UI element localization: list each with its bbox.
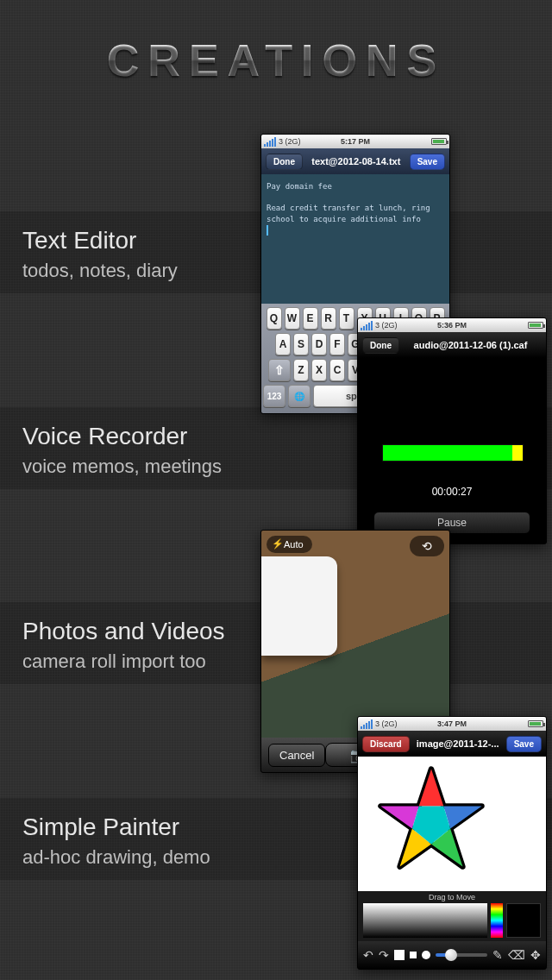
- done-button[interactable]: Done: [266, 154, 303, 170]
- status-bar: 3 (2G) 3:47 PM: [358, 717, 546, 731]
- key-s[interactable]: S: [293, 333, 309, 355]
- eraser-button[interactable]: ⌫: [508, 948, 525, 962]
- pen-tool-button[interactable]: ✎: [492, 948, 503, 962]
- text-area[interactable]: Pay domain fee Read credit transfer at l…: [261, 174, 449, 304]
- canvas[interactable]: Sketch: [358, 757, 546, 891]
- key-t[interactable]: T: [339, 307, 354, 330]
- flash-mode-button[interactable]: Auto: [267, 536, 312, 553]
- key-r[interactable]: R: [321, 307, 336, 330]
- battery-icon: [528, 720, 543, 727]
- discard-button[interactable]: Discard: [362, 736, 410, 752]
- key-q[interactable]: Q: [267, 307, 282, 330]
- screenshot-painter: 3 (2G) 3:47 PM Discard image@2011-12-...…: [357, 716, 547, 970]
- nav-title: audio@2011-12-06 (1).caf: [399, 340, 542, 350]
- key-shift[interactable]: ⇧: [268, 359, 291, 381]
- color-picker[interactable]: Drag to Move: [358, 891, 546, 941]
- save-button[interactable]: Save: [410, 154, 445, 170]
- nav-title: image@2011-12-...: [410, 738, 506, 749]
- key-globe[interactable]: 🌐: [288, 385, 310, 407]
- camera-flip-icon: ⟲: [422, 539, 432, 553]
- status-time: 3:47 PM: [358, 719, 546, 728]
- key-x[interactable]: X: [311, 359, 327, 381]
- key-z[interactable]: Z: [293, 359, 309, 381]
- level-peak-icon: [512, 445, 523, 461]
- key-a[interactable]: A: [275, 333, 291, 355]
- current-color-swatch: [506, 903, 541, 938]
- recorder-body: 00:00:27 Pause: [358, 358, 546, 543]
- key-123[interactable]: 123: [263, 385, 285, 407]
- text-cursor-icon: [267, 225, 268, 236]
- saturation-box[interactable]: [363, 903, 487, 938]
- camera-flip-button[interactable]: ⟲: [410, 536, 444, 556]
- done-button[interactable]: Done: [362, 337, 399, 354]
- nav-bar: Done audio@2011-12-06 (1).caf: [358, 332, 546, 358]
- star-drawing-icon: [375, 763, 487, 876]
- status-bar: 3 (2G) 5:36 PM: [358, 318, 546, 332]
- brush-large-icon[interactable]: [394, 950, 405, 960]
- nav-bar: Done text@2012-08-14.txt Save: [261, 148, 449, 174]
- cancel-button[interactable]: Cancel: [268, 744, 325, 767]
- nav-bar: Discard image@2011-12-... Save: [358, 731, 546, 757]
- battery-icon: [431, 138, 447, 145]
- brush-round-icon[interactable]: [422, 951, 430, 959]
- text-content: Pay domain fee Read credit transfer at l…: [267, 182, 435, 223]
- hue-slider[interactable]: [491, 903, 503, 938]
- brush-small-icon[interactable]: [410, 952, 417, 958]
- status-time: 5:36 PM: [358, 321, 546, 330]
- status-bar: 3 (2G) 5:17 PM: [261, 135, 449, 148]
- status-time: 5:17 PM: [261, 137, 449, 146]
- undo-button[interactable]: ↶: [363, 948, 373, 962]
- size-slider[interactable]: [436, 953, 487, 957]
- picker-hint: Drag to Move: [358, 893, 546, 901]
- key-c[interactable]: C: [329, 359, 345, 381]
- elapsed-time: 00:00:27: [358, 486, 546, 498]
- nav-title: text@2012-08-14.txt: [303, 156, 410, 166]
- key-f[interactable]: F: [329, 333, 345, 355]
- paint-toolbar: ↶ ↷ ✎ ⌫ ✥: [358, 941, 546, 969]
- key-e[interactable]: E: [303, 307, 318, 330]
- subject-phone-icon: [261, 556, 337, 656]
- battery-icon: [528, 322, 543, 329]
- camera-viewfinder: Auto ⟲: [261, 531, 449, 738]
- screenshot-recorder: 3 (2G) 5:36 PM Done audio@2011-12-06 (1)…: [357, 317, 547, 544]
- save-button[interactable]: Save: [506, 736, 542, 752]
- page-title: Creations: [0, 35, 552, 86]
- redo-button[interactable]: ↷: [379, 948, 389, 962]
- key-w[interactable]: W: [285, 307, 300, 330]
- level-meter: [382, 444, 524, 462]
- key-d[interactable]: D: [311, 333, 327, 355]
- move-tool-button[interactable]: ✥: [530, 948, 541, 962]
